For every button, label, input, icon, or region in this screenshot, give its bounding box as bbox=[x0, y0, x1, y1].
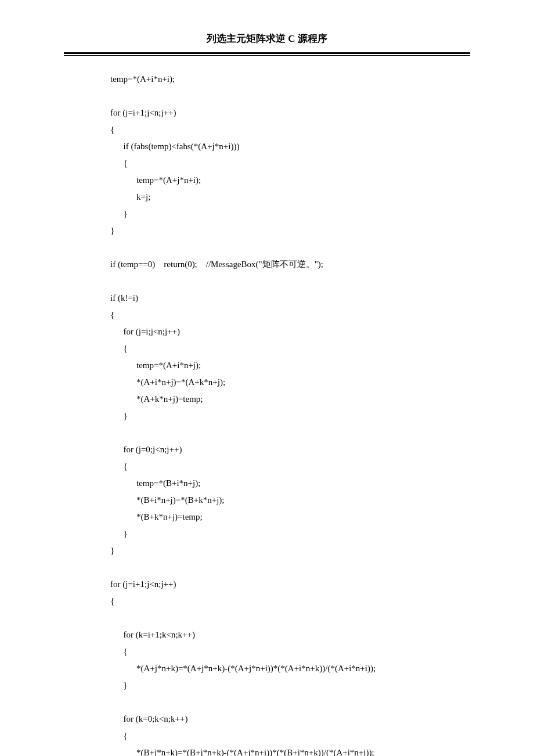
header-rule bbox=[64, 52, 470, 56]
code-block: temp=*(A+i*n+i); for (j=i+1;j<n;j++) { i… bbox=[64, 71, 470, 756]
page-title: 列选主元矩阵求逆 C 源程序 bbox=[64, 32, 470, 50]
document-page: 列选主元矩阵求逆 C 源程序 temp=*(A+i*n+i); for (j=i… bbox=[0, 0, 534, 756]
